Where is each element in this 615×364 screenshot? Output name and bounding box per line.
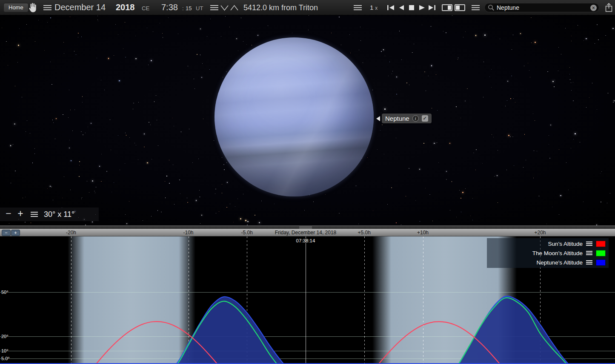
chevron-up-icon[interactable] [230,4,239,11]
viewer-menu-icon[interactable] [210,5,218,6]
star [377,149,378,150]
hand-pan-icon[interactable] [27,2,37,13]
selection-label: Neptune i ✓ [376,113,432,124]
panel-layout-right-icon[interactable] [455,4,465,11]
legend-row[interactable]: The Moon's Altitude [487,248,609,258]
star [104,90,105,90]
star [94,191,95,192]
star [135,36,136,37]
star [123,48,123,49]
time-tick-label: +10h [417,230,429,236]
time-ruler[interactable]: − + -20h-10h-5.0h+5.0h+10h+20h Friday, D… [0,229,615,236]
panel-splitter[interactable] [0,225,615,229]
star [156,95,157,96]
selection-label-box[interactable]: Neptune i ✓ [382,114,432,123]
sky-view[interactable]: Neptune i ✓ − + 30° x 11° [0,15,615,225]
legend-color-swatch[interactable] [596,259,606,266]
zoom-in-button[interactable]: + [14,209,26,219]
year-display[interactable]: 2018 [116,3,135,12]
zoom-out-button[interactable]: − [3,209,14,219]
star [162,33,163,34]
star [69,90,69,90]
time-seconds[interactable]: 15 [186,5,192,11]
skip-to-start-button[interactable] [386,5,395,11]
time-tick-label: +20h [534,230,546,236]
neptune-planet[interactable] [215,37,374,196]
graph-zoom-out-button[interactable]: − [2,230,11,236]
date-display[interactable]: December 14 [54,3,106,12]
time-flow-menu-icon[interactable] [354,5,362,6]
star [539,196,540,196]
star [151,60,152,61]
star [428,76,429,76]
legend-menu-icon[interactable] [586,251,592,252]
search-menu-icon[interactable] [472,5,480,6]
legend-row[interactable]: Sun's Altitude [487,239,609,248]
clear-search-icon[interactable]: × [590,5,597,11]
star [26,24,27,25]
zoom-menu-icon[interactable] [31,212,38,213]
star [62,198,63,198]
play-button[interactable] [418,5,426,11]
star [241,17,242,18]
star [555,80,555,80]
skip-to-end-button[interactable] [428,5,436,11]
home-button[interactable]: Home [3,3,29,12]
star [69,148,70,148]
star [154,101,155,102]
date-menu-icon[interactable] [43,5,51,6]
star [152,159,152,159]
star [79,161,80,162]
panel-layout-left-icon[interactable] [442,4,452,11]
time-separator: : [182,5,184,11]
star [92,222,93,222]
star [55,139,55,139]
star [549,135,549,136]
share-icon[interactable] [605,3,613,12]
info-icon[interactable]: i [412,115,419,122]
star [608,93,609,94]
star [50,62,51,62]
splitter-grip-icon[interactable] [299,227,312,227]
star [535,120,535,121]
chevron-down-icon[interactable] [220,4,229,11]
star [476,149,477,150]
legend-color-swatch[interactable] [596,250,606,256]
star [74,51,74,51]
star [200,196,200,197]
star [589,97,589,98]
search-input[interactable] [497,4,588,11]
star [88,127,88,127]
time-display[interactable]: 7:38 [161,3,178,12]
legend-row[interactable]: Neptune's Altitude [487,258,609,267]
star [223,77,223,77]
search-field[interactable]: × [484,3,599,12]
star [245,220,246,221]
legend-menu-icon[interactable] [586,260,592,261]
star [505,106,506,106]
step-back-button[interactable] [397,5,406,11]
star [70,190,71,190]
star [34,154,35,154]
altitude-plot[interactable]: 50°20°10°5.0° 07:38:14 Sun's AltitudeThe… [0,236,615,364]
selected-checkbox[interactable]: ✓ [422,115,428,122]
star [114,55,114,56]
star [161,212,162,213]
star [134,143,135,143]
zoom-bar: − + 30° x 11° [0,208,99,221]
stop-button[interactable] [407,5,416,11]
star [31,222,31,223]
star [406,196,406,196]
star [431,65,432,66]
legend-menu-icon[interactable] [586,242,592,242]
star [180,193,180,194]
star [14,123,15,125]
graph-zoom-in-button[interactable]: + [11,230,20,236]
star [47,188,48,189]
star [126,135,127,136]
legend-color-swatch[interactable] [596,241,606,247]
star [172,118,173,118]
star [138,102,139,103]
time-flow-rate[interactable]: 1x [370,4,378,11]
viewer-location[interactable]: 5412.0 km from Triton [243,3,318,12]
